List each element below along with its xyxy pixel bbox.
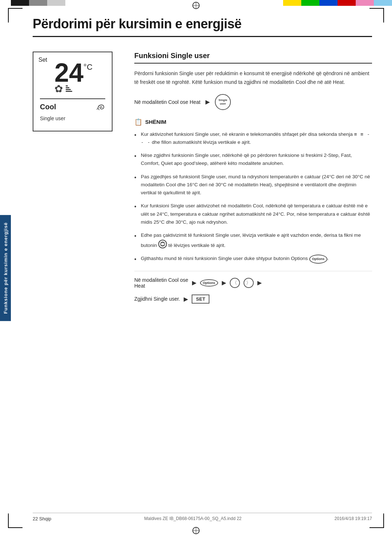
single-btn-line2: user xyxy=(220,102,226,106)
instr1-prefix: Në modalitetin Cool oseHeat xyxy=(134,277,188,289)
display-temp-row: 24 °C xyxy=(54,60,105,86)
instruction-row-1: Në modalitetin Cool oseHeat ▶ Options ▶ … xyxy=(134,277,372,289)
single-user-button-icon: Single user xyxy=(215,94,231,110)
page-footer: 22 Shqip Maldives ZE IB_DB68-06175A-00_S… xyxy=(33,513,372,521)
right-panel: Funksioni Single user Përdorni funksioni… xyxy=(134,52,372,309)
signal-bars-icon xyxy=(66,85,72,92)
footer-date: 2016/4/18 19:19:17 xyxy=(335,516,372,521)
display-temperature: 24 xyxy=(54,60,83,86)
note-item-6: Gjithashtu mund të nisni funksionin Sing… xyxy=(134,255,372,264)
set-button[interactable]: SET xyxy=(192,295,209,304)
note-item-4: Kur funksioni Single user aktivizohet në… xyxy=(134,202,372,226)
bar3 xyxy=(66,89,71,90)
instr1-arrow: ▶ xyxy=(192,279,196,286)
page-content: Përdorimi për kursimin e energjisë Set 2… xyxy=(11,0,392,536)
note-item-3: Pas zgjedhjes së funksionit Single user,… xyxy=(134,173,372,197)
display-degree: °C xyxy=(83,62,93,72)
instr2-prefix: Zgjidhni Single user. xyxy=(134,296,180,302)
section-description: Përdorni funksionin Single user për redu… xyxy=(134,69,372,87)
mode-arrow: ▶ xyxy=(205,98,210,105)
note-list: Kur aktivizohet funksioni Single user, n… xyxy=(134,130,372,264)
options-btn-inline: Options xyxy=(309,255,327,264)
display-single-user: Single user xyxy=(40,115,105,121)
symbols-icon: ≡ ≡ - - - xyxy=(141,131,370,145)
fan-icon: ✿ xyxy=(54,83,63,95)
svg-line-0 xyxy=(98,109,99,110)
vertical-scroll-icon xyxy=(158,240,167,248)
display-mode: Cool xyxy=(40,103,56,111)
note-item-5: Edhe pas çaktivizimit të funksionit Sing… xyxy=(134,231,372,249)
instruction-row-2: Zgjidhni Single user. ▶ SET xyxy=(134,295,372,304)
bar4 xyxy=(66,91,72,92)
svg-line-1 xyxy=(97,109,98,109)
page-title: Përdorimi për kursimin e energjisë xyxy=(33,16,372,37)
right-nav-button[interactable]: 〉 xyxy=(244,278,254,288)
content-area: Set 24 °C ✿ xyxy=(33,52,372,309)
note-item-1: Kur aktivizohet funksioni Single user, n… xyxy=(134,130,372,147)
mode-label: Në modalitetin Cool ose Heat xyxy=(134,99,200,105)
note-header-text: SHËNIM xyxy=(145,119,166,125)
bar2 xyxy=(66,87,69,88)
airflow-icon xyxy=(97,102,105,112)
instr1-arrow2: ▶ xyxy=(222,279,226,286)
section-title: Funksioni Single user xyxy=(134,52,372,64)
options-button[interactable]: Options xyxy=(200,279,218,287)
display-box: Set 24 °C ✿ xyxy=(33,52,113,131)
note-section: 📋 SHËNIM Kur aktivizohet funksioni Singl… xyxy=(134,118,372,264)
instr2-arrow: ▶ xyxy=(184,296,188,302)
note-icon: 📋 xyxy=(134,118,142,126)
display-divider xyxy=(40,98,105,99)
footer-file: Maldives ZE IB_DB68-06175A-00_SQ_A5.indd… xyxy=(144,516,241,521)
display-mode-row: Cool xyxy=(40,102,105,112)
display-set-label: Set xyxy=(38,57,47,63)
mode-line: Në modalitetin Cool ose Heat ▶ Single us… xyxy=(134,94,372,110)
bottom-instructions: Në modalitetin Cool oseHeat ▶ Options ▶ … xyxy=(134,271,372,304)
single-btn-line1: Single xyxy=(219,98,227,102)
left-panel: Set 24 °C ✿ xyxy=(33,52,120,309)
left-nav-button[interactable]: 〈 xyxy=(230,278,240,288)
side-tab-label: Funksione për kursimin e energjisë xyxy=(0,215,11,321)
bar1 xyxy=(66,85,68,86)
page-number: 22 Shqip xyxy=(33,516,51,521)
instr1-arrow3: ▶ xyxy=(257,279,262,286)
note-header: 📋 SHËNIM xyxy=(134,118,372,126)
note-item-2: Nëse zgjidhni funksionin Single user, nd… xyxy=(134,151,372,168)
